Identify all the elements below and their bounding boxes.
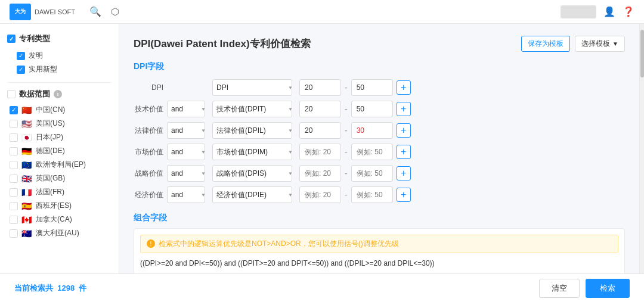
flag-8: 🇨🇦: [21, 216, 32, 223]
country-checkbox-5[interactable]: [10, 175, 18, 183]
combo-expression[interactable]: ((DPI>=20 and DPI<=50)) and ((DPIT>=20 a…: [140, 258, 618, 273]
invention-item[interactable]: 发明: [7, 49, 112, 63]
min-input-3[interactable]: [299, 144, 341, 160]
patent-type-checkbox[interactable]: [7, 35, 16, 43]
utility-item[interactable]: 实用新型: [7, 63, 112, 76]
add-button-3[interactable]: +: [397, 145, 411, 159]
logo: 大为 DAWEI SOFT: [10, 4, 75, 20]
country-checkbox-1[interactable]: [10, 120, 18, 128]
field-row-3: 市场价值andornot市场价值(DPIM)-+: [134, 144, 625, 160]
field-label-1: 技术价值: [134, 104, 163, 114]
min-input-4[interactable]: [299, 165, 341, 182]
footer-actions: 清空 检索: [539, 279, 630, 298]
country-name-5: 英国(GB): [36, 173, 65, 183]
warning-icon: !: [147, 239, 155, 248]
country-name-6: 法国(FR): [36, 187, 64, 197]
title-actions: 保存为模板 选择模板 ▼: [521, 36, 625, 52]
count-value: 1298: [57, 284, 75, 292]
help-icon[interactable]: ❓: [623, 6, 634, 17]
flag-6: 🇫🇷: [21, 189, 32, 196]
connector-select-2[interactable]: andornot: [167, 122, 205, 139]
add-button-1[interactable]: +: [397, 102, 411, 116]
add-button-2[interactable]: +: [397, 123, 411, 138]
country-checkbox-6[interactable]: [10, 188, 18, 197]
country-checkbox-9[interactable]: [10, 229, 18, 238]
cube-icon[interactable]: ⬡: [111, 6, 119, 17]
max-input-2[interactable]: [351, 122, 393, 139]
field-select-4[interactable]: 战略价值(DPIS): [212, 165, 292, 182]
scrollbar-thumb[interactable]: [640, 30, 644, 77]
search-button[interactable]: 检索: [586, 279, 630, 298]
country-checkbox-8[interactable]: [10, 216, 18, 224]
country-item-9[interactable]: 🇦🇺澳大利亚(AU): [7, 226, 112, 240]
country-item-6[interactable]: 🇫🇷法国(FR): [7, 185, 112, 199]
max-input-0[interactable]: [351, 79, 393, 96]
country-item-5[interactable]: 🇬🇧英国(GB): [7, 172, 112, 185]
scrollbar[interactable]: [639, 24, 644, 273]
select-template-button[interactable]: 选择模板 ▼: [575, 36, 625, 52]
country-item-1[interactable]: 🇺🇸美国(US): [7, 117, 112, 130]
country-checkbox-4[interactable]: [10, 161, 18, 169]
sidebar-divider: [7, 82, 112, 83]
save-template-button[interactable]: 保存为模板: [521, 36, 570, 52]
country-name-3: 德国(DE): [36, 146, 65, 156]
field-label-3: 市场价值: [134, 147, 163, 157]
connector-select-4[interactable]: andornot: [167, 165, 205, 182]
field-select-0[interactable]: DPI: [212, 79, 292, 96]
clear-button[interactable]: 清空: [539, 279, 580, 298]
country-item-0[interactable]: 🇨🇳中国(CN): [7, 103, 112, 117]
country-name-8: 加拿大(CA): [36, 214, 72, 225]
country-item-2[interactable]: 🇯🇵日本(JP): [7, 130, 112, 144]
field-row-0: DPIDPI-+: [134, 79, 625, 96]
min-input-5[interactable]: [299, 186, 341, 203]
field-select-5[interactable]: 经济价值(DPIE): [212, 186, 292, 203]
field-select-3[interactable]: 市场价值(DPIM): [212, 144, 292, 160]
min-input-2[interactable]: [299, 122, 341, 139]
field-label-0: DPI: [134, 83, 163, 92]
add-button-5[interactable]: +: [397, 188, 411, 202]
add-button-0[interactable]: +: [397, 80, 411, 95]
warning-text: 检索式中的逻辑运算优先级是NOT>AND>OR，您可以使用括号()调整优先级: [159, 239, 399, 249]
logo-text: DAWEI SOFT: [35, 8, 75, 15]
connector-select-5[interactable]: andornot: [167, 186, 205, 203]
invention-label: 发明: [29, 51, 43, 61]
country-item-3[interactable]: 🇩🇪德国(DE): [7, 144, 112, 158]
max-input-4[interactable]: [351, 165, 393, 182]
country-checkbox-3[interactable]: [10, 147, 18, 155]
connector-select-1[interactable]: andornot: [167, 101, 205, 117]
page-title-bar: DPI(Dawei Patent Index)专利价值检索 保存为模板 选择模板…: [134, 36, 625, 52]
country-item-7[interactable]: 🇪🇸西班牙(ES): [7, 199, 112, 213]
svg-text:大为: 大为: [14, 8, 26, 14]
data-range-checkbox[interactable]: [7, 90, 16, 98]
flag-2: 🇯🇵: [21, 134, 32, 141]
country-checkbox-0[interactable]: [10, 106, 18, 114]
country-checkbox-2[interactable]: [10, 133, 18, 142]
max-input-1[interactable]: [351, 101, 393, 117]
max-input-5[interactable]: [351, 186, 393, 203]
main-layout: 专利类型 发明 实用新型 数据范围 i 🇨🇳中国(CN)🇺🇸美国(US)🇯🇵日本…: [0, 24, 644, 273]
combo-section-title: 组合字段: [134, 213, 625, 223]
field-select-1[interactable]: 技术价值(DPIT): [212, 101, 292, 117]
field-row-1: 技术价值andornot技术价值(DPIT)-+: [134, 101, 625, 117]
max-input-3[interactable]: [351, 144, 393, 160]
flag-5: 🇬🇧: [21, 175, 32, 182]
invention-checkbox[interactable]: [17, 52, 25, 60]
user-icon[interactable]: 👤: [603, 6, 615, 17]
utility-checkbox[interactable]: [17, 66, 25, 74]
country-checkbox-7[interactable]: [10, 202, 18, 210]
min-input-1[interactable]: [299, 101, 341, 117]
min-input-0[interactable]: [299, 79, 341, 96]
combo-box: ! 检索式中的逻辑运算优先级是NOT>AND>OR，您可以使用括号()调整优先级…: [134, 228, 625, 273]
add-button-4[interactable]: +: [397, 166, 411, 180]
select-template-label: 选择模板: [581, 39, 610, 49]
page-title: DPI(Dawei Patent Index)专利价值检索: [134, 37, 311, 51]
country-item-8[interactable]: 🇨🇦加拿大(CA): [7, 213, 112, 226]
footer: 当前检索共 1298 件 清空 检索: [0, 273, 644, 302]
field-row-2: 法律价值andornot法律价值(DPIL)-+: [134, 122, 625, 139]
count-label: 当前检索共: [14, 284, 53, 292]
country-item-4[interactable]: 🇪🇺欧洲专利局(EP): [7, 158, 112, 172]
field-select-2[interactable]: 法律价值(DPIL): [212, 122, 292, 139]
connector-select-3[interactable]: andornot: [167, 144, 205, 160]
search-icon[interactable]: 🔍: [89, 6, 101, 17]
flag-7: 🇪🇸: [21, 203, 32, 210]
